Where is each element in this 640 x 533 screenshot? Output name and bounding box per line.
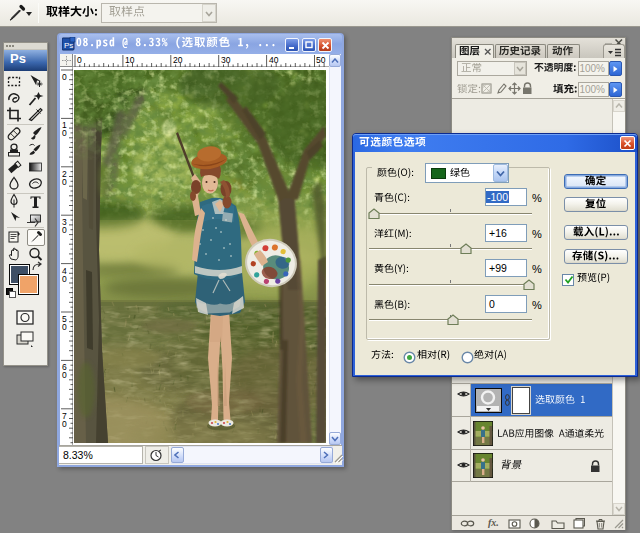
- svg-text:20: 20: [173, 55, 183, 65]
- svg-text:0: 0: [62, 128, 67, 138]
- svg-text:10: 10: [125, 55, 135, 65]
- svg-text:0: 0: [62, 225, 67, 235]
- svg-text:0: 0: [62, 274, 67, 284]
- svg-text:0: 0: [62, 72, 67, 82]
- svg-text:0: 0: [62, 322, 67, 332]
- svg-text:0: 0: [77, 55, 82, 65]
- svg-text:40: 40: [269, 55, 279, 65]
- svg-text:0: 0: [62, 177, 67, 187]
- svg-text:30: 30: [221, 55, 231, 65]
- svg-text:0: 0: [62, 419, 67, 429]
- svg-text:50: 50: [316, 55, 326, 65]
- svg-text:0: 0: [62, 370, 67, 380]
